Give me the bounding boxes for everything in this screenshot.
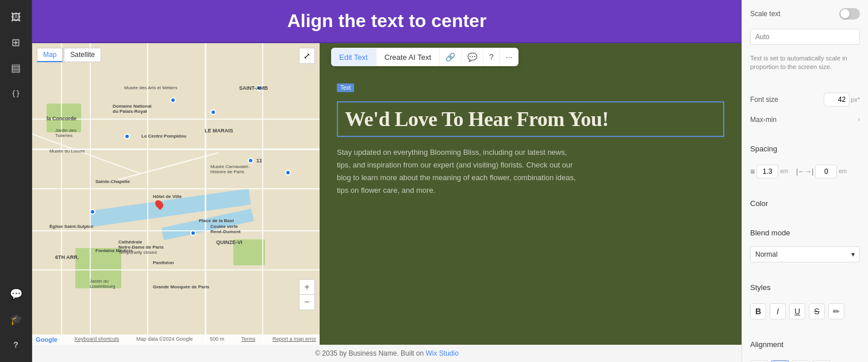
- line-height-icon: ≡: [750, 167, 755, 176]
- instruction-banner: Align the text to center: [32, 0, 742, 43]
- color-row: Color: [750, 199, 860, 208]
- scale-text-label: Scale text: [750, 10, 781, 18]
- map-terms[interactable]: Terms: [241, 336, 256, 343]
- map-zoom-in[interactable]: +: [299, 280, 314, 295]
- grid-icon[interactable]: ⊞: [6, 32, 26, 53]
- line-height-input[interactable]: [756, 165, 778, 178]
- create-ai-text-btn[interactable]: Create AI Text: [377, 48, 440, 66]
- styles-label: Styles: [750, 283, 860, 292]
- auto-input[interactable]: [750, 29, 860, 45]
- map-footer: Google Keyboard shortcuts Map data ©2024…: [32, 334, 320, 345]
- max-min-row[interactable]: Max-min ›: [750, 116, 860, 124]
- styles-buttons: B I U S ✏: [750, 303, 860, 319]
- mortarboard-icon[interactable]: 🎓: [6, 309, 26, 330]
- font-size-label: Font size: [750, 96, 778, 104]
- comment-icon-btn[interactable]: 💬: [462, 48, 483, 66]
- max-min-label: Max-min: [750, 116, 777, 124]
- table-icon[interactable]: ▤: [6, 58, 26, 78]
- map-keyboard-shortcuts[interactable]: Keyboard shortcuts: [75, 336, 120, 343]
- chat-icon[interactable]: 💬: [6, 284, 26, 304]
- map-report[interactable]: Report a map error: [272, 336, 316, 343]
- question-icon[interactable]: ?: [6, 334, 26, 355]
- map-scale: 500 m: [210, 336, 224, 343]
- text-toolbar: Edit Text Create AI Text 🔗 💬 ? ···: [331, 48, 519, 66]
- map-zoom-out[interactable]: −: [299, 295, 314, 310]
- map-background: la Concorde Musée des Arts et Métiers Do…: [32, 43, 320, 345]
- more-icon-btn[interactable]: ···: [500, 48, 519, 66]
- scale-text-toggle[interactable]: [839, 8, 860, 20]
- font-size-input[interactable]: [824, 93, 850, 106]
- letter-spacing-group: |←→| em: [796, 165, 847, 178]
- edit-text-btn[interactable]: Edit Text: [331, 48, 377, 66]
- map-section: la Concorde Musée des Arts et Métiers Do…: [32, 43, 320, 345]
- blend-mode-chevron: ▾: [851, 250, 855, 258]
- letter-spacing-input[interactable]: [815, 165, 837, 178]
- description-text: Stay updated on everything Blooming Blis…: [337, 146, 578, 197]
- letter-spacing-icon: |←→|: [796, 167, 813, 176]
- blend-mode-dropdown[interactable]: Normal ▾: [750, 246, 860, 262]
- map-zoom-controls: + −: [299, 279, 315, 310]
- max-min-chevron: ›: [858, 116, 860, 123]
- alignment-label: Alignment: [750, 340, 860, 349]
- map-controls: Map Satellite: [37, 48, 101, 62]
- letter-spacing-unit: em: [839, 168, 847, 174]
- map-data-text: Map data ©2024 Google: [136, 336, 193, 343]
- color-label: Color: [750, 199, 768, 208]
- help-icon-btn[interactable]: ?: [483, 48, 500, 66]
- italic-btn[interactable]: I: [770, 303, 786, 319]
- map-tab-map[interactable]: Map: [37, 48, 63, 62]
- left-sidebar: 🖼 ⊞ ▤ {} 💬 🎓 ?: [0, 0, 32, 362]
- link-icon-btn[interactable]: 🔗: [440, 48, 462, 66]
- instruction-text: Align the text to center: [287, 10, 487, 31]
- website-content: la Concorde Musée des Arts et Métiers Do…: [32, 43, 742, 345]
- map-tab-satellite[interactable]: Satellite: [64, 48, 101, 62]
- text-tag: Text: [337, 83, 354, 92]
- strikethrough-btn[interactable]: S: [809, 303, 825, 319]
- google-logo: Google: [36, 336, 57, 343]
- underline-btn[interactable]: U: [789, 303, 805, 319]
- footer-text: © 2035 by Business Name. Built on: [315, 349, 424, 357]
- image-icon[interactable]: 🖼: [6, 7, 26, 28]
- text-section: Edit Text Create AI Text 🔗 💬 ? ··· Text …: [320, 43, 742, 345]
- page-heading[interactable]: We'd Love To Hear From You!: [337, 101, 724, 137]
- spacing-title: Spacing: [750, 144, 860, 153]
- map-container: la Concorde Musée des Arts et Métiers Do…: [32, 43, 320, 345]
- font-size-unit: px*: [851, 96, 860, 103]
- right-panel: Scale text Text is set to automatically …: [742, 0, 868, 362]
- wix-studio-link[interactable]: Wix Studio: [425, 349, 458, 357]
- line-height-group: ≡ em: [750, 165, 788, 178]
- bold-btn[interactable]: B: [750, 303, 766, 319]
- spacing-inputs: ≡ em |←→| em: [750, 165, 860, 178]
- line-height-unit: em: [780, 168, 788, 174]
- blend-mode-value: Normal: [755, 250, 778, 258]
- toggle-thumb: [840, 9, 850, 18]
- font-size-row: Font size px*: [750, 93, 860, 106]
- info-text: Text is set to automatically scale in pr…: [750, 54, 860, 72]
- scale-text-row: Scale text: [750, 8, 860, 20]
- blend-mode-label: Blend mode: [750, 228, 860, 237]
- map-expand-btn[interactable]: ⤢: [299, 48, 315, 64]
- website-footer: © 2035 by Business Name. Built on Wix St…: [32, 345, 742, 362]
- pen-btn[interactable]: ✏: [828, 303, 844, 319]
- canvas-area: Align the text to center: [32, 0, 742, 362]
- code-icon[interactable]: {}: [6, 83, 26, 104]
